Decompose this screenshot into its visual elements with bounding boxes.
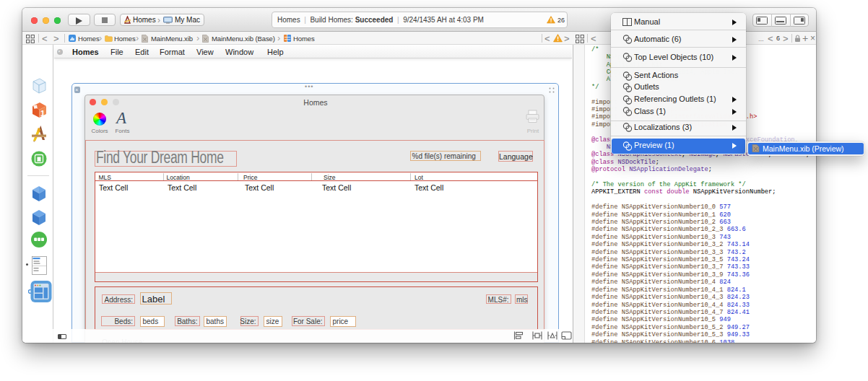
svg-text:1: 1 [40,109,45,118]
